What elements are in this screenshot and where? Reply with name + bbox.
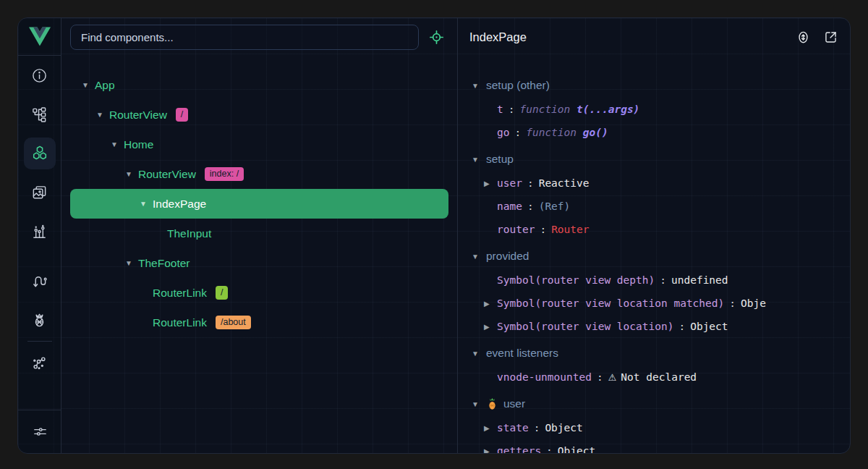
property-value: Object [690,321,728,332]
property-row[interactable]: t : function t(...args) [458,98,850,121]
colon-separator: : [522,177,539,189]
tree-row[interactable]: ▼ RouterView index: / [70,159,448,189]
tree-toolbar [61,18,457,56]
component-name: RouterLink [153,316,207,329]
component-name: RouterView [109,109,167,122]
route-badge: / [176,108,188,122]
property-value: Object [558,445,595,453]
state-section: ▼ event listeners vnode-unmounted : ⚠Not… [458,341,850,389]
expand-arrow-icon[interactable]: ▼ [472,156,486,164]
colon-separator: : [673,321,690,332]
property-row[interactable]: Symbol(router view depth) : undefined [458,269,850,292]
expand-arrow-icon[interactable]: ▼ [111,140,124,148]
expand-arrow-icon[interactable]: ▶ [484,179,497,187]
property-key: Symbol(router view depth) [497,274,655,286]
sidebar-item-components[interactable] [18,134,61,173]
vue-logo[interactable] [18,18,61,56]
expand-arrow-icon[interactable]: ▼ [472,350,486,358]
tree-row[interactable]: RouterLink /about [70,308,448,337]
value-text: Router [551,224,589,235]
expand-arrow-icon[interactable]: ▶ [484,424,497,432]
property-row[interactable]: router : Router [458,218,850,241]
property-key: t [497,103,503,115]
section-rows: t : function t(...args) go : function go… [458,98,850,144]
property-row[interactable]: name : (Ref) [458,195,850,218]
sidebar-item-graph[interactable] [18,343,61,382]
route-badge: index: / [205,167,244,181]
property-row[interactable]: ▶ getters : Object [458,439,850,453]
section-header[interactable]: ▼ user [458,392,850,416]
property-row[interactable]: ▶ Symbol(router view location matched) :… [458,292,850,315]
expand-arrow-icon[interactable]: ▼ [140,200,153,208]
pages-tree-icon [31,106,48,123]
tree-row[interactable]: ▼ IndexPage [70,189,448,219]
expand-arrow-icon[interactable]: ▶ [484,300,497,308]
property-value: function t(...args) [519,103,639,115]
components-tree-panel: ▼ App ▼ RouterView / ▼ Home ▼ RouterView… [61,18,457,453]
open-in-editor-icon[interactable] [822,29,838,45]
property-value: Object [545,422,582,434]
property-value: (Ref) [539,200,571,212]
sidebar-item-assets[interactable] [18,173,61,212]
tree-row[interactable]: ▼ TheFooter [70,248,448,278]
route-badge: /about [216,316,251,329]
component-name: TheFooter [138,257,190,270]
property-row[interactable]: go : function go() [458,121,850,144]
property-row[interactable]: ▶ state : Object [458,416,850,439]
property-key: Symbol(router view location matched) [497,297,724,309]
property-row[interactable]: ▶ Symbol(router view location) : Object [458,315,850,338]
value-text: undefined [671,274,728,286]
section-header[interactable]: ▼ provided [458,244,850,269]
expand-arrow-icon[interactable]: ▼ [472,400,486,408]
tree-row[interactable]: RouterLink / [70,278,448,308]
property-row[interactable]: vnode-unmounted : ⚠Not declared [458,366,850,389]
colon-separator: : [529,422,545,434]
property-row[interactable]: ▶ user : Reactive [458,172,850,195]
value-text: (Ref) [539,200,571,212]
function-signature: t(...args) [576,103,639,115]
expand-arrow-icon[interactable]: ▶ [484,447,497,454]
tree-row[interactable]: TheInput [70,219,448,248]
colon-separator: : [535,224,551,235]
expand-arrow-icon[interactable]: ▼ [125,259,138,267]
expand-arrow-icon[interactable]: ▼ [472,82,486,90]
search-box[interactable] [70,25,419,50]
expand-arrow-icon[interactable]: ▼ [472,253,486,261]
sidebar-item-timeline[interactable] [18,212,61,251]
tree-row[interactable]: ▼ RouterView / [70,100,448,130]
inspector-header: IndexPage [458,18,850,56]
section-label: user [503,397,525,410]
property-value: function go() [526,127,608,138]
sidebar-item-settings[interactable] [18,410,61,453]
value-text: Reactive [539,177,590,189]
colon-separator: : [509,127,526,138]
tree-row[interactable]: ▼ App [70,70,448,100]
section-header[interactable]: ▼ setup (other) [458,73,850,98]
section-header[interactable]: ▼ event listeners [458,341,850,366]
scroll-to-component-icon[interactable] [795,29,811,45]
expand-arrow-icon[interactable]: ▶ [484,323,497,331]
component-name: RouterView [138,168,196,181]
section-header[interactable]: ▼ setup [458,147,850,172]
sidebar-item-pinia[interactable] [18,300,61,339]
property-value: Reactive [539,177,590,189]
expand-arrow-icon[interactable]: ▼ [125,170,138,178]
sidebar-item-overview[interactable] [18,56,61,95]
sidebar-item-router[interactable] [18,261,61,300]
vue-logo-icon [29,27,51,46]
component-picker-target-icon[interactable] [428,29,444,45]
settings-icon [32,423,48,440]
graph-icon [31,355,48,371]
component-name: TheInput [167,227,211,240]
sidebar-item-pages[interactable] [18,95,61,134]
property-key: name [497,200,522,212]
state-sections: ▼ setup (other) t : function t(...args) … [458,56,850,453]
expand-arrow-icon[interactable]: ▼ [96,111,109,119]
function-signature: go() [583,127,608,138]
section-rows: ▶ state : Object ▶ getters : Object [458,416,850,453]
tree-row[interactable]: ▼ Home [70,130,448,159]
property-key: vnode-unmounted [497,371,592,383]
search-input[interactable] [71,31,418,43]
route-badge: / [216,286,228,300]
expand-arrow-icon[interactable]: ▼ [82,81,95,89]
